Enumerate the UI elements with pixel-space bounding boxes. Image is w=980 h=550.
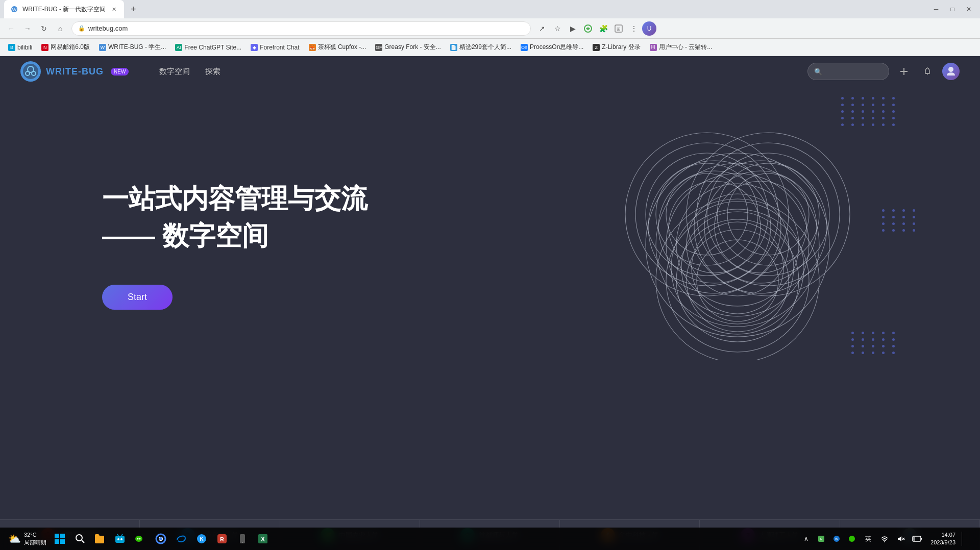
start-button-taskbar[interactable] <box>51 530 69 548</box>
bookmark-resume[interactable]: 📄 精选299套个人简... <box>446 41 516 54</box>
hero-title: 一站式内容管理与交流 —— 数字空间 <box>102 180 368 255</box>
logo-badge: NEW <box>111 68 129 76</box>
site-logo[interactable]: WRITE-BUG NEW <box>20 61 129 82</box>
weather-text: 32°C 局部晴朗 <box>24 531 46 547</box>
tab-title: WRITE-BUG - 新一代数字空间 <box>22 5 106 14</box>
volume-icon[interactable] <box>894 532 908 546</box>
tray-icon-3[interactable] <box>845 532 859 546</box>
cast-icon[interactable]: ▶ <box>566 21 580 36</box>
clock-date: 2023/9/23 <box>930 539 955 546</box>
svg-rect-44 <box>60 534 65 538</box>
svg-point-47 <box>76 535 82 541</box>
nav-link-digital-space[interactable]: 数字空间 <box>159 67 190 77</box>
svg-point-63 <box>242 542 243 543</box>
chrome-taskbar-icon[interactable] <box>152 530 170 548</box>
wifi-icon[interactable] <box>877 532 892 546</box>
svg-point-71 <box>884 541 885 542</box>
taskbar-clock[interactable]: 14:07 2023/9/23 <box>926 531 960 547</box>
svg-point-40 <box>671 202 804 334</box>
show-desktop-button[interactable] <box>962 532 976 546</box>
bilibili-taskbar-icon[interactable] <box>111 530 129 548</box>
new-tab-button[interactable]: + <box>126 2 140 16</box>
add-icon[interactable] <box>895 63 913 80</box>
svg-point-14 <box>646 153 829 337</box>
svg-point-33 <box>697 240 778 321</box>
language-indicator[interactable]: 英 <box>861 532 875 546</box>
profile-manage-icon[interactable]: ⊞ <box>611 21 626 36</box>
address-bar[interactable]: 🔒 writebug.com <box>71 21 531 36</box>
svg-rect-43 <box>55 534 59 538</box>
taskbar-search[interactable] <box>71 530 89 548</box>
lock-icon: 🔒 <box>78 25 85 32</box>
bookmark-greasyfork-label: Greasy Fork - 安全... <box>384 43 441 52</box>
bookmark-chatgpt-label: Free ChatGPT Site... <box>184 44 241 51</box>
user-avatar-site[interactable] <box>942 63 960 80</box>
bookmark-usercenter[interactable]: 用 用户中心 - 云猫转... <box>646 41 717 54</box>
excel-taskbar-icon[interactable]: X <box>254 530 272 548</box>
reload-button[interactable]: ↻ <box>37 21 51 36</box>
kde-taskbar-icon[interactable]: K <box>192 530 211 548</box>
red-app-taskbar-icon[interactable]: R <box>213 530 231 548</box>
svg-point-52 <box>135 536 142 542</box>
weather-widget[interactable]: ⛅ 32°C 局部晴朗 <box>4 531 51 547</box>
bookmark-processon[interactable]: On ProcessOn思维导... <box>517 41 587 54</box>
bookmark-zlibrary[interactable]: Z Z-Library 登录 <box>589 41 644 54</box>
tray-icon-1[interactable]: N <box>814 532 828 546</box>
tray-icon-2[interactable]: W <box>829 532 844 546</box>
wechat-taskbar-icon[interactable] <box>131 530 150 548</box>
user-avatar[interactable]: U <box>642 21 656 36</box>
toolbar-actions: ↗ ☆ ▶ 🧩 ⊞ ⋮ U <box>535 21 656 36</box>
extension-puzzle-icon[interactable]: 🧩 <box>596 21 610 36</box>
svg-point-42 <box>692 222 783 314</box>
svg-point-57 <box>159 537 162 540</box>
site-search-box[interactable]: 🔍 <box>807 63 889 80</box>
taskbar: ⛅ 32°C 局部晴朗 <box>0 528 980 550</box>
url-text: writebug.com <box>88 24 524 32</box>
bookmark-forefront-label: Forefront Chat <box>260 44 299 51</box>
bookmark-bilibili[interactable]: B bilibili <box>4 42 36 53</box>
weather-condition: 局部晴朗 <box>24 539 46 546</box>
processon-icon: On <box>521 44 528 51</box>
svg-line-48 <box>82 540 84 543</box>
start-button[interactable]: Start <box>102 285 173 310</box>
hero-title-line1: 一站式内容管理与交流 <box>102 180 368 217</box>
phone-taskbar-icon[interactable] <box>233 530 252 548</box>
file-manager-icon[interactable] <box>90 530 109 548</box>
battery-icon[interactable] <box>910 532 924 546</box>
menu-dots-icon[interactable]: ⋮ <box>627 21 641 36</box>
vpn-icon[interactable] <box>581 21 595 36</box>
cupfox-icon: 🦊 <box>309 44 316 51</box>
bookmark-forefront[interactable]: ◆ Forefront Chat <box>247 42 303 53</box>
svg-point-31 <box>676 219 799 342</box>
tray-up-arrow[interactable]: ∧ <box>799 532 813 546</box>
close-button[interactable]: ✕ <box>962 2 976 16</box>
browser-tab-active[interactable]: W WRITE-BUG - 新一代数字空间 ✕ <box>4 0 124 18</box>
minimize-button[interactable]: ─ <box>929 2 943 16</box>
hero-title-line2: —— 数字空间 <box>102 217 368 255</box>
svg-text:⊞: ⊞ <box>617 27 621 32</box>
bookmark-star-icon[interactable]: ☆ <box>550 21 565 36</box>
home-button[interactable]: ⌂ <box>53 21 67 36</box>
tab-close-button[interactable]: ✕ <box>110 5 118 13</box>
svg-rect-76 <box>913 537 915 541</box>
bilibili-icon: B <box>8 44 15 51</box>
bookmark-writebug[interactable]: W WRITE-BUG - 学生... <box>95 41 170 54</box>
bookmarks-bar: B bilibili N 网易邮箱6.0版 W WRITE-BUG - 学生..… <box>0 39 980 56</box>
bookmark-chatgpt[interactable]: AI Free ChatGPT Site... <box>171 42 246 53</box>
forward-button[interactable]: → <box>20 21 35 36</box>
nav-link-explore[interactable]: 探索 <box>205 67 220 77</box>
bookmark-greasyfork[interactable]: GF Greasy Fork - 安全... <box>371 41 445 54</box>
svg-point-70 <box>849 536 855 542</box>
share-icon[interactable]: ↗ <box>535 21 549 36</box>
maximize-button[interactable]: □ <box>945 2 960 16</box>
notification-icon[interactable] <box>919 63 936 80</box>
edge-taskbar-icon[interactable] <box>172 530 190 548</box>
hero-graphic <box>623 117 878 372</box>
bookmark-netease[interactable]: N 网易邮箱6.0版 <box>37 41 94 54</box>
svg-rect-75 <box>921 538 922 540</box>
bookmark-cupfox[interactable]: 🦊 茶杯狐 Cupfox -... <box>305 41 371 54</box>
svg-text:W: W <box>12 7 17 12</box>
bookmark-usercenter-label: 用户中心 - 云猫转... <box>659 43 713 52</box>
back-button[interactable]: ← <box>4 21 18 36</box>
weather-temp: 32°C <box>24 531 46 539</box>
